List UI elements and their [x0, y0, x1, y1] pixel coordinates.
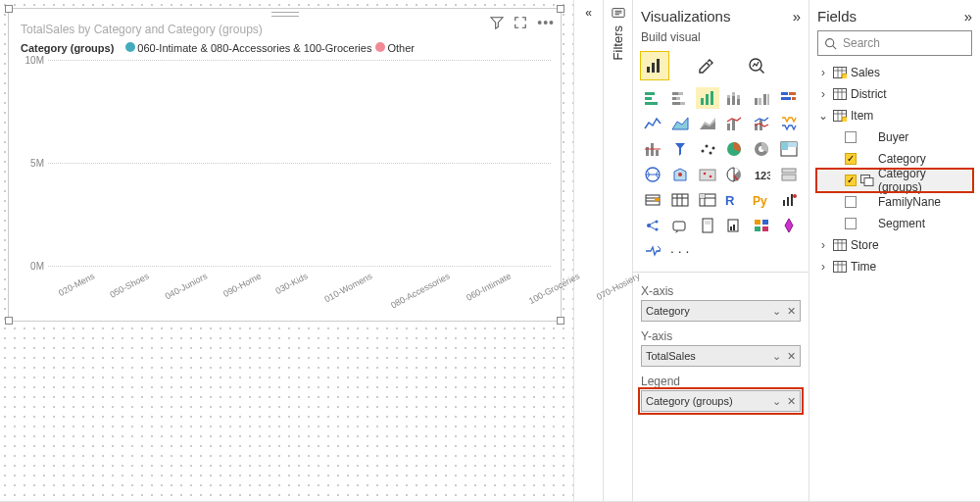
filter-icon[interactable]: [490, 16, 504, 29]
chevron-down-icon[interactable]: ⌄: [772, 305, 781, 318]
table-row[interactable]: ›District: [817, 83, 972, 105]
svg-rect-79: [762, 226, 768, 231]
collapse-rail[interactable]: «: [573, 0, 603, 501]
svg-text:Py: Py: [753, 194, 767, 208]
field-checkbox[interactable]: [845, 131, 857, 143]
viz-type-option[interactable]: [668, 87, 692, 109]
viz-type-option[interactable]: [696, 138, 719, 160]
viz-type-option[interactable]: [641, 113, 664, 134]
resize-handle[interactable]: [5, 317, 13, 325]
viz-type-option[interactable]: Py: [750, 189, 773, 211]
viz-type-option[interactable]: [750, 113, 773, 134]
chevron-down-icon[interactable]: ⌄: [772, 395, 781, 408]
build-visual-tab[interactable]: [641, 52, 668, 79]
resize-handle[interactable]: [557, 5, 564, 13]
collapse-icon[interactable]: »: [964, 8, 972, 25]
fields-search-input[interactable]: Search: [817, 30, 972, 56]
viz-type-option[interactable]: [668, 113, 692, 134]
viz-type-option[interactable]: [777, 87, 801, 109]
viz-type-option[interactable]: [750, 215, 773, 236]
field-well-legend[interactable]: Category (groups) ⌄✕: [641, 390, 801, 412]
more-options-icon[interactable]: •••: [537, 15, 555, 30]
field-row[interactable]: Segment: [817, 213, 972, 234]
remove-field-icon[interactable]: ✕: [787, 305, 796, 318]
viz-type-option[interactable]: [668, 138, 692, 160]
analytics-tab[interactable]: [743, 52, 770, 79]
format-visual-tab[interactable]: [692, 52, 719, 79]
svg-rect-28: [789, 92, 796, 95]
svg-rect-46: [781, 142, 788, 150]
table-row[interactable]: ›Store: [817, 234, 972, 256]
svg-rect-88: [834, 240, 847, 251]
table-row[interactable]: ›Sales: [817, 62, 972, 83]
svg-rect-13: [680, 102, 685, 105]
resize-handle[interactable]: [557, 317, 564, 325]
svg-rect-10: [672, 97, 676, 100]
field-row[interactable]: FamilyNane: [817, 191, 972, 213]
svg-rect-27: [781, 92, 788, 95]
viz-type-option[interactable]: [723, 113, 747, 134]
svg-rect-32: [732, 120, 735, 130]
svg-point-41: [711, 147, 714, 150]
resize-handle[interactable]: [5, 5, 13, 13]
field-well-xaxis[interactable]: Category ⌄✕: [641, 300, 801, 322]
filters-rail[interactable]: Filters: [603, 0, 632, 501]
viz-type-option[interactable]: 123: [750, 164, 773, 185]
svg-point-82: [842, 74, 847, 78]
remove-field-icon[interactable]: ✕: [787, 395, 796, 408]
chevron-down-icon[interactable]: ⌄: [772, 350, 781, 363]
viz-type-option[interactable]: [668, 164, 692, 185]
field-row[interactable]: ✓Category (groups): [817, 170, 972, 191]
chart-visual[interactable]: ••• TotalSales by Category and Category …: [8, 8, 562, 322]
viz-type-option[interactable]: R: [723, 189, 747, 211]
svg-rect-31: [727, 124, 730, 130]
svg-rect-8: [672, 92, 678, 95]
viz-type-option[interactable]: [723, 215, 747, 236]
viz-type-option[interactable]: [723, 164, 747, 185]
viz-type-option[interactable]: [723, 138, 747, 160]
viz-type-option[interactable]: [696, 113, 719, 134]
viz-type-option[interactable]: [777, 138, 801, 160]
remove-field-icon[interactable]: ✕: [787, 350, 796, 363]
svg-rect-6: [645, 97, 652, 100]
viz-type-option[interactable]: [668, 189, 692, 211]
chevron-left-icon[interactable]: «: [585, 6, 592, 20]
well-label-legend: Legend: [641, 371, 801, 390]
viz-type-option[interactable]: [668, 215, 692, 236]
viz-type-option[interactable]: [777, 189, 801, 211]
field-checkbox[interactable]: [845, 218, 857, 229]
viz-type-option[interactable]: [641, 138, 664, 160]
more-visuals[interactable]: · · ·: [668, 240, 692, 262]
report-canvas[interactable]: ••• TotalSales by Category and Category …: [0, 0, 573, 501]
viz-type-option[interactable]: [641, 164, 664, 185]
viz-type-option[interactable]: [696, 87, 719, 109]
field-row[interactable]: Buyer: [817, 126, 972, 148]
viz-type-option[interactable]: [641, 240, 664, 262]
svg-rect-23: [755, 98, 758, 105]
viz-type-option[interactable]: [696, 189, 719, 211]
field-checkbox[interactable]: ✓: [845, 153, 857, 165]
viz-type-option[interactable]: [696, 164, 719, 185]
viz-type-option[interactable]: [777, 164, 801, 185]
viz-type-option[interactable]: [641, 189, 664, 211]
filters-icon[interactable]: [612, 6, 625, 20]
viz-type-option[interactable]: [777, 113, 801, 134]
collapse-icon[interactable]: »: [793, 8, 801, 25]
viz-type-option[interactable]: [641, 215, 664, 236]
focus-mode-icon[interactable]: [514, 16, 527, 29]
viz-type-option[interactable]: [750, 138, 773, 160]
viz-type-option[interactable]: [723, 87, 747, 109]
viz-type-option[interactable]: [641, 87, 664, 109]
viz-type-option[interactable]: [750, 87, 773, 109]
svg-rect-19: [732, 96, 735, 105]
viz-type-option[interactable]: [777, 215, 801, 236]
field-checkbox[interactable]: [845, 196, 857, 208]
viz-type-option[interactable]: [696, 215, 719, 236]
drag-handle[interactable]: [271, 12, 299, 17]
table-row[interactable]: ›Time: [817, 256, 972, 277]
field-well-yaxis[interactable]: TotalSales ⌄✕: [641, 345, 801, 367]
well-label-yaxis: Y-axis: [641, 326, 801, 345]
field-checkbox[interactable]: ✓: [845, 175, 857, 186]
svg-rect-87: [864, 178, 873, 186]
table-row[interactable]: ⌄Item: [817, 105, 972, 126]
